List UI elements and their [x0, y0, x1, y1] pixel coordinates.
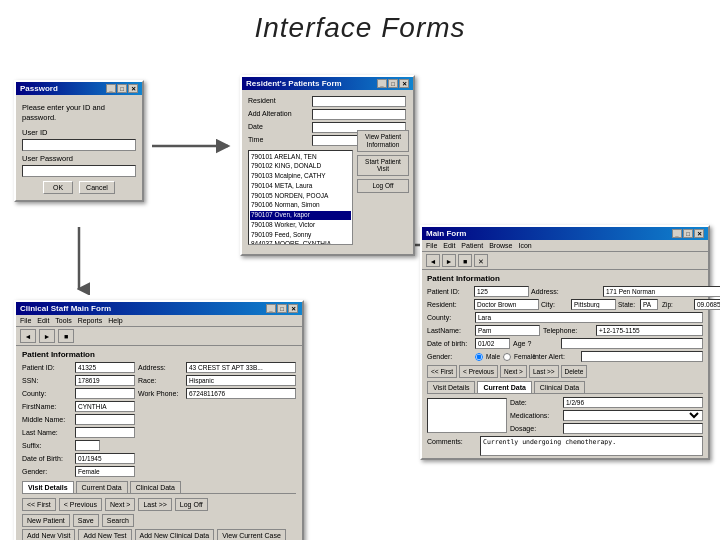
cancel-button[interactable]: Cancel	[79, 181, 115, 194]
delete-btn-m[interactable]: Delete	[561, 365, 588, 378]
address-input-c[interactable]	[186, 362, 296, 373]
add-new-visit-btn[interactable]: Add New Visit	[22, 529, 75, 540]
user-password-input[interactable]	[22, 165, 136, 177]
menu-browse-m[interactable]: Browse	[489, 242, 512, 249]
resident-input-m[interactable]	[474, 299, 539, 310]
toolbar-stop-m[interactable]: ■	[458, 254, 472, 267]
county-input-c[interactable]	[75, 388, 135, 399]
save-btn-c[interactable]: Save	[73, 514, 99, 527]
minimize-button[interactable]: _	[106, 84, 116, 93]
first-btn-c[interactable]: << First	[22, 498, 56, 511]
log-off-btn-r[interactable]: Log Off	[357, 179, 409, 193]
user-id-input[interactable]	[22, 139, 136, 151]
resident-input[interactable]	[312, 96, 406, 107]
ssn-input-c[interactable]	[75, 375, 135, 386]
gender-radio-male[interactable]	[475, 353, 483, 361]
state-input-m[interactable]	[640, 299, 658, 310]
race-input-c[interactable]	[186, 375, 296, 386]
toolbar-back-m[interactable]: ◄	[426, 254, 440, 267]
medications-select[interactable]	[563, 410, 703, 421]
menu-edit-c[interactable]: Edit	[37, 317, 49, 324]
menu-icon-m[interactable]: Icon	[518, 242, 531, 249]
comments-textarea[interactable]: Currently undergoing chemotherapy.	[480, 436, 703, 456]
tab-current-data-c[interactable]: Current Data	[76, 481, 128, 493]
last-name-input-m[interactable]	[475, 325, 540, 336]
middle-name-input-c[interactable]	[75, 414, 135, 425]
last-btn-m[interactable]: Last >>	[529, 365, 559, 378]
sub-date-input[interactable]	[563, 397, 703, 408]
next-btn-c[interactable]: Next >	[105, 498, 135, 511]
tab-current-data-m[interactable]: Current Data	[477, 381, 531, 393]
minimize-button-m[interactable]: _	[672, 229, 682, 238]
gender-input-c[interactable]	[75, 466, 135, 477]
ok-button[interactable]: OK	[43, 181, 73, 194]
add-alt-input[interactable]	[312, 109, 406, 120]
toolbar-x-m[interactable]: ✕	[474, 254, 488, 267]
prev-btn-m[interactable]: < Previous	[459, 365, 498, 378]
address-input-m[interactable]	[603, 286, 720, 297]
list-item[interactable]: 790106 Norman, Simon	[250, 201, 351, 211]
toolbar-forward-c[interactable]: ►	[39, 329, 55, 343]
maximize-button[interactable]: □	[117, 84, 127, 93]
menu-patient-m[interactable]: Patient	[461, 242, 483, 249]
view-patient-btn[interactable]: View Patient Information	[357, 130, 409, 152]
menu-help-c[interactable]: Help	[108, 317, 122, 324]
list-item[interactable]: 790108 Worker, Victor	[250, 220, 351, 230]
list-item[interactable]: 844037 MOORE, CYNTHIA	[250, 240, 351, 245]
close-button-c[interactable]: ✕	[288, 304, 298, 313]
inter-alert-input-m[interactable]	[581, 351, 703, 362]
list-item[interactable]: 790101 ARELAN, TEN	[250, 152, 351, 162]
city-input-m[interactable]	[571, 299, 616, 310]
next-btn-m[interactable]: Next >	[500, 365, 527, 378]
menu-file-c[interactable]: File	[20, 317, 31, 324]
list-item[interactable]: 790105 NORDEN, POOJA	[250, 191, 351, 201]
maximize-button-r[interactable]: □	[388, 79, 398, 88]
first-btn-m[interactable]: << First	[427, 365, 457, 378]
menu-file-m[interactable]: File	[426, 242, 437, 249]
tab-clinical-data-c[interactable]: Clinical Data	[130, 481, 181, 493]
close-button-r[interactable]: ✕	[399, 79, 409, 88]
menu-reports-c[interactable]: Reports	[78, 317, 103, 324]
minimize-button-c[interactable]: _	[266, 304, 276, 313]
last-btn-c[interactable]: Last >>	[138, 498, 171, 511]
toolbar-stop-c[interactable]: ■	[58, 329, 74, 343]
list-item[interactable]: 790102 KING, DONALD	[250, 162, 351, 172]
date-birth-input-m[interactable]	[475, 338, 510, 349]
gender-radio-female[interactable]	[503, 353, 511, 361]
suffix-input-c[interactable]	[75, 440, 100, 451]
menu-tools-c[interactable]: Tools	[55, 317, 71, 324]
new-patient-btn[interactable]: New Patient	[22, 514, 70, 527]
minimize-button-r[interactable]: _	[377, 79, 387, 88]
patient-list[interactable]: 790101 ARELAN, TEN790102 KING, DONALD790…	[248, 150, 353, 245]
maximize-button-c[interactable]: □	[277, 304, 287, 313]
start-visit-btn[interactable]: Start Patient Visit	[357, 155, 409, 177]
age-input-m[interactable]	[561, 338, 703, 349]
log-off-btn-c[interactable]: Log Off	[175, 498, 208, 511]
toolbar-fwd-m[interactable]: ►	[442, 254, 456, 267]
telephone-input-m[interactable]	[596, 325, 703, 336]
work-phone-input-c[interactable]	[186, 388, 296, 399]
dosage-input[interactable]	[563, 423, 703, 434]
toolbar-back-c[interactable]: ◄	[20, 329, 36, 343]
patient-id-input-c[interactable]	[75, 362, 135, 373]
zip-input-m[interactable]	[694, 299, 720, 310]
tab-visit-details-c[interactable]: Visit Details	[22, 481, 74, 493]
tab-visit-details-m[interactable]: Visit Details	[427, 381, 475, 393]
list-item[interactable]: 790109 Feed, Sonny	[250, 230, 351, 240]
add-new-test-btn[interactable]: Add New Test	[78, 529, 131, 540]
search-btn-c[interactable]: Search	[102, 514, 134, 527]
close-button-m[interactable]: ✕	[694, 229, 704, 238]
patient-id-input-m[interactable]	[474, 286, 529, 297]
list-item[interactable]: 790103 Mcalpine, CATHY	[250, 172, 351, 182]
first-name-input-c[interactable]	[75, 401, 135, 412]
county-input-m[interactable]	[475, 312, 703, 323]
list-item[interactable]: 790104 META, Laura	[250, 181, 351, 191]
tab-clinical-data-m[interactable]: Clinical Data	[534, 381, 585, 393]
last-name-input-c[interactable]	[75, 427, 135, 438]
prev-btn-c[interactable]: < Previous	[59, 498, 102, 511]
list-item[interactable]: 790107 Oven, kapor	[250, 211, 351, 221]
menu-edit-m[interactable]: Edit	[443, 242, 455, 249]
view-current-case-btn[interactable]: View Current Case	[217, 529, 286, 540]
date-birth-input-c[interactable]	[75, 453, 135, 464]
add-clinical-data-btn[interactable]: Add New Clinical Data	[135, 529, 215, 540]
